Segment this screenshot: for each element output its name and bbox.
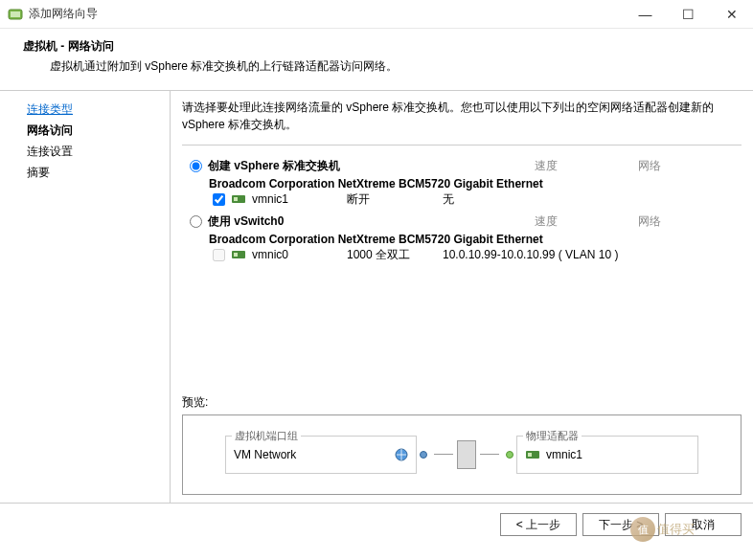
column-header-network: 网络 xyxy=(638,213,661,230)
globe-icon xyxy=(395,448,408,461)
nic-icon xyxy=(231,192,246,206)
content-area: 请选择要处理此连接网络流量的 vSphere 标准交换机。您也可以使用以下列出的… xyxy=(171,91,753,503)
nic-icon xyxy=(525,448,540,461)
minimize-button[interactable]: — xyxy=(624,0,667,29)
preview-port-group: 虚拟机端口组 VM Network xyxy=(225,436,417,474)
back-button[interactable]: < 上一步 xyxy=(500,513,577,536)
close-button[interactable]: ✕ xyxy=(710,0,753,29)
titlebar: 添加网络向导 — ☐ ✕ xyxy=(0,0,753,29)
main-layout: 连接类型 网络访问 连接设置 摘要 请选择要处理此连接网络流量的 vSphere… xyxy=(0,90,753,504)
column-header-speed: 速度 xyxy=(535,158,558,174)
radio-use-vswitch0[interactable] xyxy=(190,215,202,228)
column-header-network: 网络 xyxy=(638,158,661,174)
preview-port-group-label: 虚拟机端口组 xyxy=(232,429,301,443)
adapter-name: Broadcom Corporation NetXtreme BCM5720 G… xyxy=(209,177,742,190)
nic-row: vmnic1 断开 无 xyxy=(213,192,742,206)
nic-icon xyxy=(231,248,246,261)
sidebar-item-network-access: 网络访问 xyxy=(0,120,170,141)
preview-diagram: 虚拟机端口组 VM Network 物理适配器 vmnic1 xyxy=(182,414,742,495)
option-label: 使用 vSwitch0 xyxy=(208,213,284,230)
nic-name: vmnic1 xyxy=(252,192,288,206)
connector-dot-icon xyxy=(420,451,427,459)
wizard-header: 虚拟机 - 网络访问 虚拟机通过附加到 vSphere 标准交换机的上行链路适配… xyxy=(0,29,753,90)
nic-name: vmnic0 xyxy=(252,248,288,261)
preview-adapter-label: 物理适配器 xyxy=(523,429,582,443)
preview-switch-icon xyxy=(457,440,476,469)
nic-speed: 1000 全双工 xyxy=(347,247,410,263)
window-controls: — ☐ ✕ xyxy=(624,0,753,29)
wizard-sidebar: 连接类型 网络访问 连接设置 摘要 xyxy=(0,91,171,503)
button-bar: < 上一步 下一步 > 取消 值值得买 xyxy=(0,504,753,546)
nic-row: vmnic0 1000 全双工 10.0.10.99-10.0.10.99 ( … xyxy=(213,248,742,261)
app-icon xyxy=(8,7,23,22)
column-header-speed: 速度 xyxy=(535,213,558,230)
sidebar-item-summary: 摘要 xyxy=(0,162,170,183)
cancel-button[interactable]: 取消 xyxy=(665,513,742,536)
svg-rect-8 xyxy=(528,453,532,457)
sidebar-item-connection-settings: 连接设置 xyxy=(0,141,170,162)
radio-create-switch[interactable] xyxy=(190,160,202,172)
connector-line xyxy=(434,454,453,456)
preview-port-group-name: VM Network xyxy=(234,448,296,461)
nic-speed: 断开 xyxy=(347,191,370,208)
adapter-name: Broadcom Corporation NetXtreme BCM5720 G… xyxy=(209,233,742,246)
nic-checkbox xyxy=(213,249,225,261)
option-use-vswitch0[interactable]: 使用 vSwitch0 速度 网络 xyxy=(190,213,742,230)
connector-dot-icon xyxy=(506,451,513,459)
window-title: 添加网络向导 xyxy=(29,6,624,22)
nic-network: 10.0.10.99-10.0.10.99 ( VLAN 10 ) xyxy=(443,248,618,261)
nic-network: 无 xyxy=(443,191,454,208)
maximize-button[interactable]: ☐ xyxy=(667,0,710,29)
preview-adapter-name: vmnic1 xyxy=(546,448,582,461)
next-button[interactable]: 下一步 > xyxy=(582,513,659,536)
options-panel: 创建 vSphere 标准交换机 速度 网络 Broadcom Corporat… xyxy=(182,145,742,269)
option-create-switch[interactable]: 创建 vSphere 标准交换机 速度 网络 xyxy=(190,158,742,174)
preview-adapter-group: 物理适配器 vmnic1 xyxy=(516,436,698,474)
preview-label: 预览: xyxy=(182,383,742,411)
nic-checkbox[interactable] xyxy=(213,193,225,206)
svg-rect-3 xyxy=(234,197,238,201)
content-description: 请选择要处理此连接网络流量的 vSphere 标准交换机。您也可以使用以下列出的… xyxy=(182,99,742,133)
option-label: 创建 vSphere 标准交换机 xyxy=(208,158,340,174)
svg-rect-5 xyxy=(234,253,238,257)
wizard-title: 虚拟机 - 网络访问 xyxy=(23,38,738,55)
sidebar-item-connection-type[interactable]: 连接类型 xyxy=(0,99,170,120)
svg-rect-1 xyxy=(11,11,20,17)
wizard-description: 虚拟机通过附加到 vSphere 标准交换机的上行链路适配器访问网络。 xyxy=(23,58,738,75)
connector-line xyxy=(480,454,499,456)
